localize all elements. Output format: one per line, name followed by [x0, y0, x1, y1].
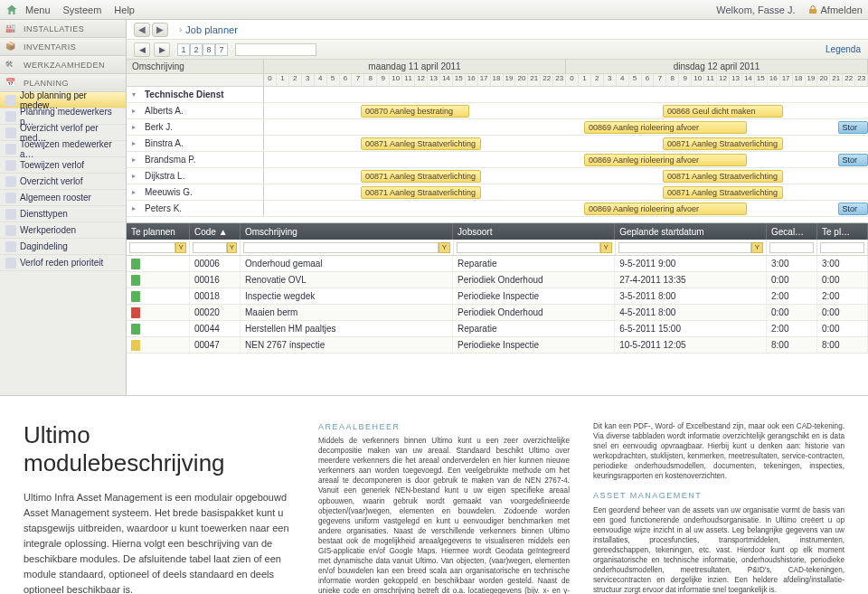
filter-row: Y Y Y Y Y: [127, 240, 868, 256]
cell-desc: Herstellen HM paaltjes: [241, 321, 453, 336]
sidebar-item-5[interactable]: Overzicht verlof: [0, 174, 126, 190]
table-row[interactable]: 00044Herstellen HM paaltjesReparatie6-5-…: [127, 321, 868, 337]
col-tepl[interactable]: Te pl…: [817, 223, 868, 240]
toolbar-next-button[interactable]: ▶: [154, 42, 170, 57]
status-flag-icon: [131, 275, 140, 286]
task-bar[interactable]: Stor: [838, 203, 868, 215]
sidebar-item-10[interactable]: Verlof reden prioriteit: [0, 255, 126, 271]
task-bar[interactable]: 00871 Aanleg Straatverlichting: [663, 137, 784, 150]
menu-systeem[interactable]: Systeem: [63, 5, 102, 15]
cell-code: 00018: [190, 288, 241, 304]
cell-code: 00020: [190, 305, 241, 320]
filter-date[interactable]: [618, 242, 751, 253]
filter-g2[interactable]: [820, 242, 864, 253]
table-row[interactable]: 00020Maaien bermPeriodiek Onderhoud4-5-2…: [127, 305, 868, 321]
filter-btn[interactable]: Y: [227, 242, 237, 253]
task-bar[interactable]: Stor: [838, 154, 868, 166]
cell-code: 00006: [190, 256, 241, 271]
gantt-row[interactable]: ▸Meeuwis G. 00871 Aanleg Straatverlichti…: [127, 184, 868, 201]
table-row[interactable]: 00006Onderhoud gemaalReparatie9-5-2011 9…: [127, 256, 868, 272]
page-1[interactable]: 1: [177, 43, 190, 56]
task-bar[interactable]: 00871 Aanleg Straatverlichting: [663, 170, 784, 183]
side-section-werkzaamheden[interactable]: 🛠WERKZAAMHEDEN: [0, 56, 126, 74]
toolbar-prev-button[interactable]: ◀: [134, 42, 150, 57]
gantt-row[interactable]: ▸Brandsma P. 00869 Aanleg rioleering afv…: [127, 152, 868, 168]
task-bar[interactable]: Stor: [838, 121, 868, 134]
side-section-installaties[interactable]: 🏭INSTALLATIES: [0, 20, 126, 38]
cell-code: 00016: [190, 272, 241, 288]
filter-btn[interactable]: Y: [439, 242, 450, 253]
filter-btn[interactable]: Y: [751, 242, 763, 253]
home-icon[interactable]: [5, 4, 18, 16]
side-section-inventaris[interactable]: 📦INVENTARIS: [0, 38, 126, 56]
sidebar-item-3[interactable]: Toewijzen medewerker a…: [0, 141, 126, 157]
timeline-desc-header: Omschrijving: [127, 60, 264, 73]
page-7[interactable]: 7: [215, 43, 228, 56]
lock-icon: [808, 5, 817, 14]
col-jobsoort[interactable]: Jobsoort: [453, 223, 615, 240]
task-bar[interactable]: 00871 Aanleg Straatverlichting: [361, 186, 482, 199]
status-flag-icon: [131, 259, 140, 269]
cell-date: 27-4-2011 13:35: [615, 272, 767, 288]
task-bar[interactable]: 00870 Aanleg bestrating: [361, 105, 469, 118]
svg-rect-0: [809, 9, 816, 14]
col-code[interactable]: Code ▲: [190, 223, 241, 240]
menu-menu[interactable]: Menu: [25, 5, 51, 15]
gantt-row[interactable]: ▸Dijkstra L. 00871 Aanleg Straatverlicht…: [127, 168, 868, 184]
col-gecal[interactable]: Gecal…: [767, 223, 817, 240]
logout-button[interactable]: Afmelden: [808, 5, 863, 15]
table-row[interactable]: 00047NEN 2767 inspectiePeriodieke Inspec…: [127, 337, 868, 354]
cell-date: 3-5-2011 8:00: [615, 288, 767, 304]
cell-gecal: 2:00: [767, 288, 817, 304]
day-header-1: maandag 11 april 2011: [264, 60, 566, 73]
filter-g1[interactable]: [769, 242, 814, 253]
task-bar[interactable]: 00869 Aanleg rioleering afvoer: [584, 154, 747, 166]
page-2[interactable]: 2: [190, 43, 203, 56]
filter-status[interactable]: [129, 242, 175, 253]
filter-code[interactable]: [193, 242, 227, 253]
cell-desc: Renovatie OVL: [241, 272, 453, 288]
sidebar-item-4[interactable]: Toewijzen verlof: [0, 157, 126, 174]
gantt-row[interactable]: ▸Berk J. 00869 Aanleg rioleering afvoer …: [127, 119, 868, 136]
sidebar-item-6[interactable]: Algemeen rooster: [0, 190, 126, 206]
sidebar-item-8[interactable]: Werkperioden: [0, 222, 126, 239]
cell-tepl: 0:00: [817, 321, 868, 336]
task-bar[interactable]: 00869 Aanleg rioleering afvoer: [584, 121, 747, 134]
col-status[interactable]: Te plannen: [127, 223, 190, 240]
sidebar-item-9[interactable]: Dagindeling: [0, 239, 126, 255]
task-bar[interactable]: 00871 Aanleg Straatverlichting: [663, 186, 784, 199]
cell-tepl: 8:00: [817, 337, 868, 353]
gantt-group-row[interactable]: ▾Technische Dienst: [127, 87, 868, 103]
breadcrumb-title[interactable]: Job planner: [185, 24, 238, 35]
legenda-link[interactable]: Legenda: [826, 44, 861, 54]
toolbar-search-input[interactable]: [235, 43, 316, 56]
gantt-row[interactable]: ▸Peters K. 00869 Aanleg rioleering afvoe…: [127, 201, 868, 217]
sidebar-item-7[interactable]: Diensttypen: [0, 206, 126, 222]
cell-code: 00047: [190, 337, 241, 353]
col-date[interactable]: Geplande startdatum: [615, 223, 767, 240]
menu-help[interactable]: Help: [114, 5, 135, 15]
task-bar[interactable]: 00868 Geul dicht maken: [663, 105, 784, 118]
article-right-p1: Dit kan een PDF-, Word- of Excelbestand …: [593, 421, 844, 481]
cell-job: Periodiek Onderhoud: [453, 272, 615, 288]
filter-btn[interactable]: Y: [175, 242, 186, 253]
cell-gecal: 8:00: [767, 337, 817, 353]
nav-forward-button[interactable]: ▶: [152, 23, 168, 37]
cell-desc: Onderhoud gemaal: [241, 256, 453, 271]
task-bar[interactable]: 00869 Aanleg rioleering afvoer: [584, 203, 747, 215]
cell-tepl: 0:00: [817, 272, 868, 288]
task-bar[interactable]: 00871 Aanleg Straatverlichting: [361, 170, 482, 183]
task-bar[interactable]: 00871 Aanleg Straatverlichting: [361, 137, 482, 150]
gantt-row[interactable]: ▸Alberts A. 00870 Aanleg bestrating 0086…: [127, 103, 868, 119]
nav-back-button[interactable]: ◀: [134, 23, 150, 37]
table-row[interactable]: 00018Inspectie wegdekPeriodieke Inspecti…: [127, 288, 868, 305]
gantt-row[interactable]: ▸Binstra A. 00871 Aanleg Straatverlichti…: [127, 136, 868, 152]
filter-desc[interactable]: [243, 242, 439, 253]
table-row[interactable]: 00016Renovatie OVLPeriodiek Onderhoud27-…: [127, 272, 868, 288]
cell-job: Periodiek Onderhoud: [453, 305, 615, 320]
filter-job[interactable]: [457, 242, 600, 253]
col-desc[interactable]: Omschrijving: [241, 223, 453, 240]
page-8[interactable]: 8: [203, 43, 215, 56]
filter-btn[interactable]: Y: [600, 242, 612, 253]
article-title: Ultimo modulebeschrijving: [24, 421, 295, 477]
